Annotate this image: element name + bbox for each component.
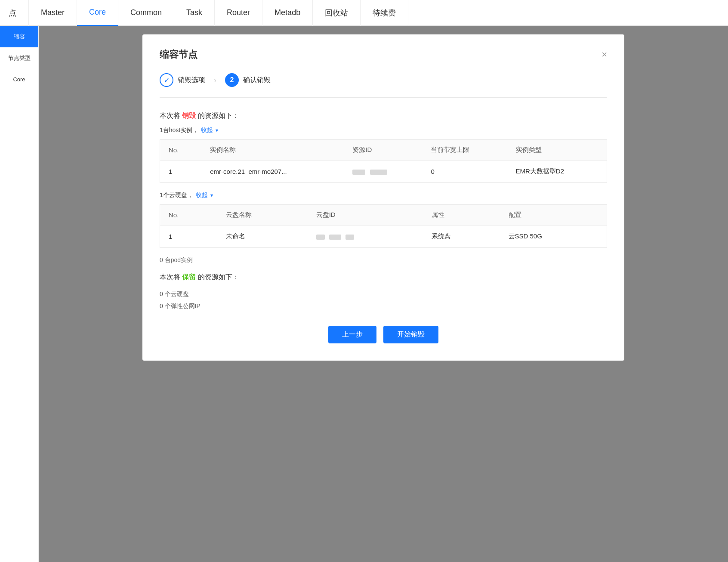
- tab-common[interactable]: Common: [118, 0, 174, 26]
- disk-col-no: No.: [160, 205, 218, 225]
- sidebar: 缩容 节点类型 Core: [0, 26, 39, 562]
- host-collapse-link[interactable]: 收起: [201, 127, 213, 134]
- main-layout: 缩容 节点类型 Core 缩容节点 ×: [0, 26, 728, 562]
- disk-table-head: No. 云盘名称 云盘ID 属性 配置: [160, 205, 607, 225]
- step1-label: 销毁选项: [178, 76, 205, 85]
- col-resource-id: 资源ID: [344, 140, 422, 161]
- tab-core[interactable]: Core: [77, 0, 118, 26]
- tab-recycle[interactable]: 回收站: [313, 0, 361, 26]
- sidebar-item-shrink[interactable]: 缩容: [0, 26, 38, 47]
- cloud-disks-table: No. 云盘名称 云盘ID 属性 配置 1 未命名: [160, 204, 607, 248]
- host-row-no: 1: [160, 161, 202, 183]
- disk-table-body: 1 未命名 系统盘 云SSD 50G: [160, 225, 607, 248]
- disk-col-id: 云盘ID: [308, 205, 423, 225]
- disk-col-name: 云盘名称: [217, 205, 307, 225]
- step-2: 2 确认销毁: [225, 73, 271, 87]
- col-instance-type: 实例类型: [507, 140, 607, 161]
- step1-circle: ✓: [160, 73, 173, 87]
- col-bandwidth: 当前带宽上限: [422, 140, 507, 161]
- disk-redacted-3: [345, 235, 354, 240]
- disk-row-id: [308, 225, 423, 248]
- col-instance-name: 实例名称: [201, 140, 344, 161]
- confirm-destroy-button[interactable]: 开始销毁: [383, 326, 438, 343]
- tab-bar: 点 Master Core Common Task Router Metadb …: [0, 0, 728, 26]
- disk-collapse-arrow: ▾: [210, 192, 213, 198]
- tab-master[interactable]: Master: [29, 0, 77, 26]
- disk-row-no: 1: [160, 225, 218, 248]
- disk-row-attribute: 系统盘: [423, 225, 500, 248]
- host-instances-table: No. 实例名称 资源ID 当前带宽上限 实例类型 1 emr-core.21_…: [160, 139, 607, 183]
- col-no: No.: [160, 140, 202, 161]
- disk-collapse-link[interactable]: 收起: [196, 191, 208, 199]
- tab-pending[interactable]: 待续费: [361, 0, 408, 26]
- prev-button[interactable]: 上一步: [328, 326, 376, 343]
- background-page: 点 Master Core Common Task Router Metadb …: [0, 0, 728, 562]
- host-row-resource-id: [344, 161, 422, 183]
- cloud-disks-summary: 1个云硬盘， 收起 ▾: [160, 191, 607, 199]
- keep-word: 保留: [182, 273, 196, 281]
- preserve-section: 本次将 保留 的资源如下： 0 个云硬盘 0 个弹性公网IP: [160, 273, 607, 312]
- preserve-section-title: 本次将 保留 的资源如下：: [160, 273, 607, 282]
- preserve-item-0: 0 个云硬盘: [160, 288, 607, 300]
- modal-header: 缩容节点 ×: [160, 48, 607, 61]
- tab-router[interactable]: Router: [215, 0, 262, 26]
- step-1: ✓ 销毁选项: [160, 73, 205, 87]
- disk-row-name: 未命名: [217, 225, 307, 248]
- destroy-word: 销毁: [182, 112, 196, 119]
- modal-overlay: 缩容节点 × ✓ 销毁选项 › 2 确认销毁: [39, 26, 728, 562]
- tab-metadb[interactable]: Metadb: [262, 0, 313, 26]
- host-row-type: EMR大数据型D2: [507, 161, 607, 183]
- host-instances-summary: 1台host实例， 收起 ▾: [160, 127, 607, 134]
- disk-col-config: 配置: [500, 205, 607, 225]
- step2-label: 确认销毁: [243, 76, 271, 85]
- steps-container: ✓ 销毁选项 › 2 确认销毁: [160, 73, 607, 98]
- disk-col-attribute: 属性: [423, 205, 500, 225]
- host-table-header-row: No. 实例名称 资源ID 当前带宽上限 实例类型: [160, 140, 607, 161]
- host-table-row: 1 emr-core.21_emr-mo207... 0 EMR大数据型D2: [160, 161, 607, 183]
- host-row-name: emr-core.21_emr-mo207...: [201, 161, 344, 183]
- host-table-head: No. 实例名称 资源ID 当前带宽上限 实例类型: [160, 140, 607, 161]
- redacted-block-1: [352, 170, 365, 175]
- host-table-body: 1 emr-core.21_emr-mo207... 0 EMR大数据型D2: [160, 161, 607, 183]
- modal-dialog: 缩容节点 × ✓ 销毁选项 › 2 确认销毁: [142, 34, 624, 361]
- tab-task[interactable]: Task: [174, 0, 215, 26]
- host-collapse-arrow: ▾: [216, 127, 218, 133]
- disk-redacted-1: [316, 235, 325, 240]
- tab-node[interactable]: 点: [0, 0, 29, 26]
- preserve-item-1: 0 个弹性公网IP: [160, 300, 607, 312]
- pod-count: 0 台pod实例: [160, 256, 607, 264]
- destroy-section-title: 本次将 销毁 的资源如下：: [160, 111, 607, 120]
- modal-footer: 上一步 开始销毁: [160, 326, 607, 343]
- disk-table-header-row: No. 云盘名称 云盘ID 属性 配置: [160, 205, 607, 225]
- step2-circle: 2: [225, 73, 239, 87]
- main-content: 缩容节点 × ✓ 销毁选项 › 2 确认销毁: [39, 26, 728, 562]
- modal-title: 缩容节点: [160, 48, 197, 61]
- close-button[interactable]: ×: [602, 50, 607, 59]
- sidebar-item-core[interactable]: Core: [0, 69, 38, 90]
- disk-redacted-2: [329, 235, 341, 240]
- step-arrow: ›: [214, 76, 216, 85]
- redacted-block-2: [370, 170, 387, 175]
- disk-table-row: 1 未命名 系统盘 云SSD 50G: [160, 225, 607, 248]
- disk-row-config: 云SSD 50G: [500, 225, 607, 248]
- host-row-bandwidth: 0: [422, 161, 507, 183]
- sidebar-item-node-type[interactable]: 节点类型: [0, 47, 38, 69]
